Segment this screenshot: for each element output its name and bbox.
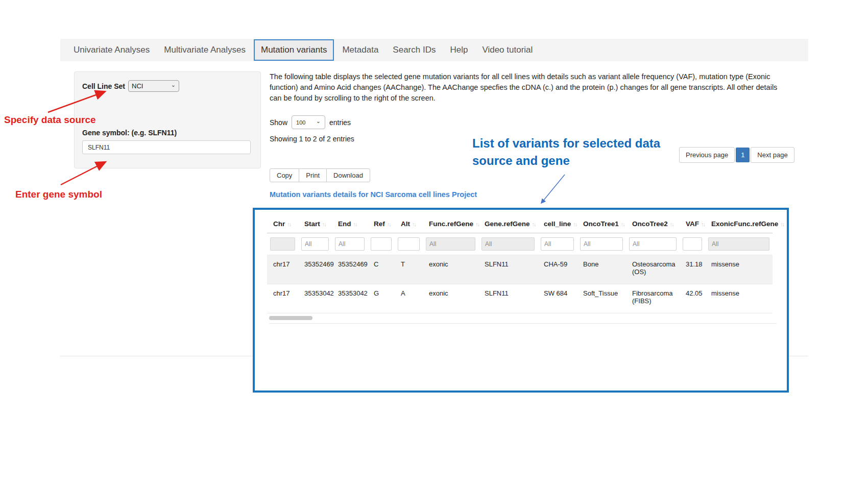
previous-page-button[interactable]: Previous page <box>679 147 735 163</box>
filter-cell <box>298 233 332 255</box>
page-length-control: Show 100 ⌄ entries <box>270 115 351 129</box>
cell-oncotree2: Fibrosarcoma (FIBS) <box>626 284 680 313</box>
filter-input-chr[interactable] <box>270 237 295 251</box>
cell-end: 35353042 <box>332 284 368 313</box>
column-header-alt[interactable]: Alt↑↓ <box>395 217 423 233</box>
filter-cell <box>368 233 395 255</box>
chevron-down-icon: ⌄ <box>316 118 321 124</box>
showing-entries-status: Showing 1 to 2 of 2 entries <box>270 135 354 143</box>
table-row[interactable]: chr173535246935352469CTexonicSLFN11CHA-5… <box>267 255 773 284</box>
filter-input-func-refgene[interactable] <box>426 237 475 251</box>
column-header-chr[interactable]: Chr↑↓ <box>267 217 298 233</box>
filter-input-gene-refgene[interactable] <box>481 237 535 251</box>
cell-vaf: 42.05 <box>680 284 705 313</box>
sort-icon[interactable]: ↑↓ <box>573 221 576 227</box>
next-page-button[interactable]: Next page <box>751 147 794 163</box>
sort-icon[interactable]: ↑↓ <box>621 221 624 227</box>
nav-tabs: Univariate AnalysesMultivariate Analyses… <box>60 39 540 61</box>
horizontal-scrollbar[interactable] <box>269 315 775 321</box>
column-header-exonicfunc-refgene[interactable]: ExonicFunc.refGene↑↓ <box>705 217 773 233</box>
cell-vaf: 31.18 <box>680 255 705 284</box>
current-page-button[interactable]: 1 <box>736 148 750 162</box>
cell-ref: C <box>368 255 395 284</box>
tab-univariate-analyses[interactable]: Univariate Analyses <box>67 40 156 60</box>
column-label: Func.refGene <box>429 220 473 228</box>
sort-icon[interactable]: ↑↓ <box>670 221 673 227</box>
show-label: Show <box>270 118 287 127</box>
column-header-cell-line[interactable]: cell_line↑↓ <box>538 217 577 233</box>
sort-icon[interactable]: ↑↓ <box>387 221 391 227</box>
gene-symbol-input[interactable] <box>82 140 251 154</box>
red-arrow-to-dropdown <box>45 86 111 117</box>
cell-line-set-value: NCI <box>132 82 143 90</box>
sort-icon[interactable]: ↑↓ <box>532 221 536 227</box>
tab-search-ids[interactable]: Search IDs <box>387 40 442 60</box>
filter-input-exonicfunc-refgene[interactable] <box>708 237 769 251</box>
filter-input-end[interactable] <box>335 237 365 251</box>
column-label: ExonicFunc.refGene <box>711 220 778 228</box>
sort-icon[interactable]: ↑↓ <box>287 221 291 227</box>
filter-cell <box>395 233 423 255</box>
column-header-start[interactable]: Start↑↓ <box>298 217 332 233</box>
filter-cell <box>577 233 626 255</box>
column-header-ref[interactable]: Ref↑↓ <box>368 217 395 233</box>
filter-input-oncotree2[interactable] <box>629 237 677 251</box>
entries-label: entries <box>329 118 351 127</box>
scrollbar-thumb[interactable] <box>269 316 312 320</box>
column-label: End <box>338 220 351 228</box>
sort-icon[interactable]: ↑↓ <box>701 221 705 227</box>
sort-icon[interactable]: ↑↓ <box>322 221 326 227</box>
column-label: VAF <box>686 220 699 228</box>
column-label: Ref <box>374 220 385 228</box>
filter-cell <box>478 233 538 255</box>
filter-input-ref[interactable] <box>371 237 392 251</box>
cell-exonicfunc-refgene: missense <box>705 255 773 284</box>
cell-line-set-select[interactable]: NCI ⌄ <box>128 80 179 92</box>
sort-icon[interactable]: ↑↓ <box>475 221 479 227</box>
download-button[interactable]: Download <box>326 168 370 182</box>
column-label: Start <box>304 220 320 228</box>
cell-func-refgene: exonic <box>423 255 478 284</box>
tab-video-tutorial[interactable]: Video tutorial <box>476 40 539 60</box>
column-header-end[interactable]: End↑↓ <box>332 217 368 233</box>
pagination: Previous page 1 Next page <box>679 147 794 163</box>
sort-icon[interactable]: ↑↓ <box>353 221 357 227</box>
blue-arrow-to-table <box>535 172 571 207</box>
table-row[interactable]: chr173535304235353042GAexonicSLFN11SW 68… <box>267 284 773 313</box>
column-header-func-refgene[interactable]: Func.refGene↑↓ <box>423 217 478 233</box>
column-header-vaf[interactable]: VAF↑↓ <box>680 217 705 233</box>
filter-cell <box>538 233 577 255</box>
cell-oncotree1: Bone <box>577 255 626 284</box>
filter-input-start[interactable] <box>301 237 329 251</box>
filter-input-oncotree1[interactable] <box>580 237 623 251</box>
copy-button[interactable]: Copy <box>270 168 299 182</box>
tab-metadata[interactable]: Metadata <box>336 40 384 60</box>
cell-func-refgene: exonic <box>423 284 478 313</box>
red-arrow-to-gene-input <box>58 156 111 189</box>
tab-help[interactable]: Help <box>444 40 474 60</box>
filter-cell <box>626 233 680 255</box>
column-label: OncoTree1 <box>583 220 619 228</box>
filter-input-vaf[interactable] <box>683 237 702 251</box>
cell-start: 35353042 <box>298 284 332 313</box>
filter-input-cell-line[interactable] <box>541 237 574 251</box>
tab-mutation-variants[interactable]: Mutation variants <box>254 39 334 61</box>
sort-icon[interactable]: ↑↓ <box>412 221 416 227</box>
cell-gene-refgene: SLFN11 <box>478 284 538 313</box>
filter-cell <box>705 233 773 255</box>
column-header-oncotree1[interactable]: OncoTree1↑↓ <box>577 217 626 233</box>
cell-oncotree1: Soft_Tissue <box>577 284 626 313</box>
cell-alt: A <box>395 284 423 313</box>
filter-cell <box>267 233 298 255</box>
column-header-gene-refgene[interactable]: Gene.refGene↑↓ <box>478 217 538 233</box>
page-length-select[interactable]: 100 ⌄ <box>292 115 325 129</box>
column-header-oncotree2[interactable]: OncoTree2↑↓ <box>626 217 680 233</box>
filter-input-alt[interactable] <box>398 237 420 251</box>
gene-symbol-label: Gene symbol: (e.g. SLFN11) <box>82 129 177 137</box>
sort-icon[interactable]: ↑↓ <box>780 221 784 227</box>
table-caption-link[interactable]: Mutation variants details for NCI Sarcom… <box>270 190 477 199</box>
table-header-row: Chr↑↓Start↑↓End↑↓Ref↑↓Alt↑↓Func.refGene↑… <box>267 217 773 233</box>
tab-multivariate-analyses[interactable]: Multivariate Analyses <box>158 40 252 60</box>
print-button[interactable]: Print <box>299 168 327 182</box>
column-label: Alt <box>401 220 410 228</box>
